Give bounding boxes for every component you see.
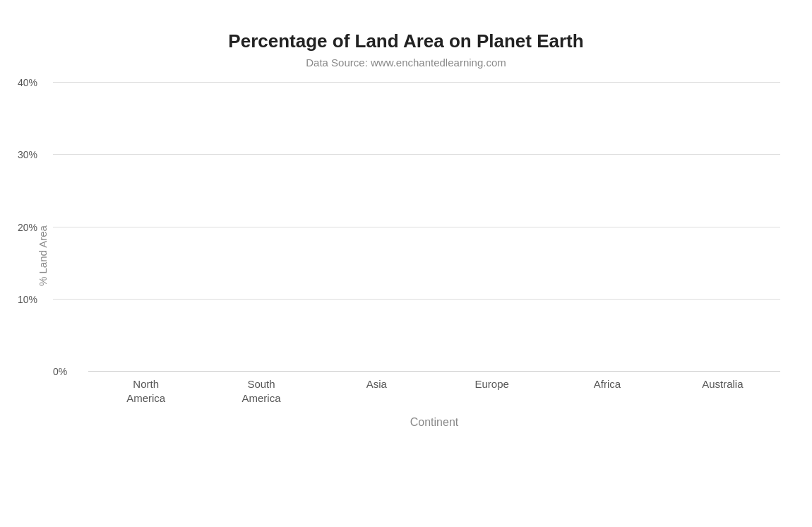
x-axis-label: Australia [665, 377, 780, 405]
grid-and-bars: 10%20%30%40% 0% [53, 83, 780, 372]
chart-area: 10%20%30%40% 0% NorthAmericaSouthAmerica… [53, 83, 780, 429]
y-grid-label: 20% [18, 222, 37, 233]
x-axis-label: Europe [434, 377, 549, 405]
x-axis-label: Africa [549, 377, 664, 405]
x-axis-title: Continent [88, 416, 780, 429]
x-axis-label: Asia [319, 377, 434, 405]
y-grid-label: 40% [18, 77, 37, 88]
x-axis-label: SouthAmerica [203, 377, 318, 405]
x-axis-label: NorthAmerica [88, 377, 203, 405]
y-grid-label: 30% [18, 149, 37, 160]
bars-row [88, 83, 780, 372]
chart-subtitle: Data Source: www.enchantedlearning.com [32, 57, 780, 69]
y-grid-label: 10% [18, 294, 37, 305]
y-zero-label: 0% [53, 366, 67, 377]
chart-title: Percentage of Land Area on Planet Earth [32, 30, 780, 52]
y-axis-label: % Land Area [32, 83, 53, 429]
chart-container: Percentage of Land Area on Planet Earth … [18, 16, 794, 511]
chart-body: % Land Area 10%20%30%40% 0% NorthAmerica… [32, 83, 780, 429]
x-axis-labels: NorthAmericaSouthAmericaAsiaEuropeAfrica… [88, 377, 780, 405]
